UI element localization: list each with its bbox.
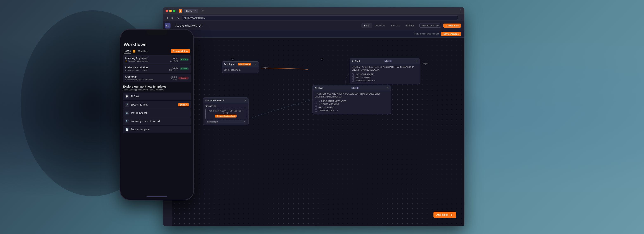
templates-title: Explore our workflow templates <box>123 85 191 88</box>
templates-section: Explore our workflow templates Pick a st… <box>120 83 194 134</box>
ai-chat-main-node: AI Chat chat_1 ✕ → SYSTEM: YOU ARE A HEL… <box>312 85 391 114</box>
phone-home-indicator <box>120 193 194 200</box>
aliases-button[interactable]: Aliases (AI Chat) <box>420 24 441 28</box>
traffic-lights <box>166 10 176 12</box>
add-block-label: Add block <box>436 213 448 216</box>
build-button[interactable]: Build ✕ <box>178 103 189 106</box>
ai-chat-top-header: AI Chat chat_1 ✕ <box>350 59 420 64</box>
connection-lines: 10 10 <box>172 38 464 226</box>
workflow-tag: ⇄ Sequence <box>137 60 148 62</box>
app-content: EL ⌂ 🔍 ⚙ Audio chat with AI Build Overvi… <box>163 21 464 226</box>
workflow-stats: $0.00 0 runs <box>171 76 177 81</box>
template-icon: 📄 <box>125 127 129 132</box>
app-toolbar: ▶ Run There are unsaved changes Save cha… <box>172 30 464 38</box>
phone-content: Workflows Usage 🔽 Monthly ▾ New workflow <box>120 40 194 193</box>
field-icon-m2: ○ <box>315 103 317 106</box>
template-name: Text To Speech <box>131 112 189 114</box>
phone-page-title: Workflows <box>124 42 190 47</box>
template-item-another[interactable]: 📄 Another template <box>123 126 191 133</box>
ai-chat-main-close-icon[interactable]: ✕ <box>386 87 389 89</box>
tab-overview[interactable]: Overview <box>372 23 388 28</box>
text-input-node-header: Text Input text_input_1 ✕ <box>222 62 259 67</box>
canvas-area[interactable]: 10 10 Output Text Input text_input_1 ✕ T… <box>172 38 464 226</box>
ai-chat-top-body: SYSTEM: YOU ARE A HELPFUL ASSISTANT THAT… <box>350 64 420 84</box>
file-name: document.pdf <box>206 121 218 123</box>
field-icon-1: ○ <box>352 73 354 76</box>
ai-chat-main-tag: chat_1 <box>351 87 359 89</box>
field-icon-m3: ○ <box>315 106 317 109</box>
workflow-item[interactable]: Amazing AI project ⚡ Zapier API ⇄ Sequen… <box>123 55 191 64</box>
back-button[interactable]: ◀ <box>165 16 169 20</box>
file-upload-area[interactable]: PDF, CSV, TXT, JSON or MD. Max size of 2… <box>206 108 246 119</box>
tab-settings[interactable]: Settings <box>403 23 417 28</box>
tab-interface[interactable]: Interface <box>388 23 403 28</box>
text-input-node: Text Input text_input_1 ✕ Tell me sth fu… <box>222 61 259 73</box>
user-avatar[interactable]: EL <box>165 23 170 29</box>
new-tab-button[interactable]: + <box>202 9 204 13</box>
phone-container: Workflows Usage 🔽 Monthly ▾ New workflow <box>120 29 194 200</box>
template-icon: 🔊 <box>125 111 129 115</box>
ai-chat-top-close-icon[interactable]: ✕ <box>416 60 418 63</box>
workflow-item[interactable]: Audio transcription ⊕ view-api-2 API ⇄ S… <box>123 64 191 73</box>
text-input-close-icon[interactable]: ✕ <box>254 63 256 66</box>
ai-chat-main-header: AI Chat chat_1 ✕ <box>313 85 391 91</box>
workflow-tag: ⊕ view-api-2 API <box>125 69 139 72</box>
workflow-item[interactable]: Kryptonim ⊕ edbet726-kry-dpl API ⇄ Strea… <box>123 74 191 82</box>
template-item-text-to-speech[interactable]: 🔊 Text To Speech <box>123 109 191 117</box>
browser-options-icon[interactable]: ⋮ <box>460 16 462 20</box>
minimize-window-button[interactable] <box>169 10 172 12</box>
app-title: Audio chat with AI <box>176 24 359 27</box>
file-remove-icon[interactable]: ✕ <box>243 121 245 123</box>
phone-monthly-dropdown[interactable]: Monthly ▾ <box>138 50 148 53</box>
tab-label: Buildel <box>186 10 193 12</box>
tab-build[interactable]: Build <box>362 23 372 28</box>
template-item-knowledge-search[interactable]: 🔍 Knowledge Search To Text <box>123 117 191 125</box>
field-icon-3: ○ <box>352 79 354 82</box>
main-content: Audio chat with AI Build Overview Interf… <box>172 21 464 226</box>
upload-label: Upload files <box>206 105 246 107</box>
workflow-tags: ⚡ Zapier API ⇄ Sequence <box>125 60 168 62</box>
workflow-status-badge: ● Active <box>180 67 189 70</box>
template-item-ai-chat[interactable]: 💬 AI Chat <box>123 93 191 100</box>
browser-menu-icon[interactable]: ⋮ <box>459 9 462 13</box>
add-block-plus-icon: + <box>450 213 453 217</box>
ai-chat-top-tag: chat_1 <box>384 60 392 62</box>
close-window-button[interactable] <box>166 10 168 12</box>
ai-chat-main-field1: ○ → 2 ASSISTANT MESSAGES <box>315 100 389 102</box>
address-bar[interactable]: https://www.buildel.ai <box>182 16 458 20</box>
workflow-tag: ⇄ Stream <box>145 79 154 81</box>
browser-favicon: B <box>179 9 182 13</box>
add-block-button[interactable]: Add block + <box>434 212 456 218</box>
browser-tab[interactable]: Buildel ✕ <box>184 9 198 13</box>
ai-chat-main-field3: ○ GPT-3.5-TURBO <box>315 106 389 109</box>
create-alias-button[interactable]: Create alias <box>443 24 461 28</box>
refresh-button[interactable]: ↻ <box>176 16 180 20</box>
doc-search-body: Upload files PDF, CSV, TXT, JSON or MD. … <box>203 103 248 125</box>
phone-tab-filter[interactable]: 🔽 <box>132 49 136 53</box>
new-workflow-button[interactable]: New workflow <box>171 49 190 53</box>
template-name: Speech To Text <box>131 103 176 106</box>
unsaved-badge: There are unsaved changes <box>414 33 440 35</box>
doc-search-close-icon[interactable]: ✕ <box>244 99 246 102</box>
template-item-speech-to-text[interactable]: 🎤 Speech To Text Build ✕ <box>123 101 191 109</box>
tab-close-icon[interactable]: ✕ <box>194 10 196 12</box>
ai-chat-main-field2: ○ → 1 CHAT MESSAGE <box>315 103 389 106</box>
ai-chat-main-body: → SYSTEM: YOU ARE A HELPFUL ASSISTANT TH… <box>313 91 391 114</box>
workflow-tags: ⊕ view-api-2 API ⇄ Stream <box>125 69 168 72</box>
template-name: AI Chat <box>131 95 189 98</box>
home-bar <box>146 196 167 197</box>
save-button[interactable]: Save changes <box>441 32 461 36</box>
output-right-label: Output <box>422 62 428 65</box>
ai-chat-main-field4: ○ TEMPERATURE: 0.7 <box>315 109 389 112</box>
upload-hint: PDF, CSV, TXT, JSON or MD. Max size of 2… <box>207 110 244 114</box>
browser-navbar: ◀ ▶ ↻ https://www.buildel.ai ⋮ <box>163 15 464 21</box>
phone-tab-usage[interactable]: Usage <box>124 49 131 54</box>
browse-files-button[interactable]: Browse files to upload <box>215 115 236 118</box>
forward-button[interactable]: ▶ <box>171 16 174 20</box>
phone-workflows-header: Workflows Usage 🔽 Monthly ▾ New workflow <box>120 40 194 55</box>
workflow-info: Kryptonim ⊕ edbet726-kry-dpl API ⇄ Strea… <box>125 75 169 81</box>
doc-search-header: Document search ✕ <box>203 98 248 103</box>
field-icon-m1: ○ <box>315 100 317 102</box>
workflow-name: Amazing AI project <box>125 57 168 60</box>
maximize-window-button[interactable] <box>173 10 176 12</box>
